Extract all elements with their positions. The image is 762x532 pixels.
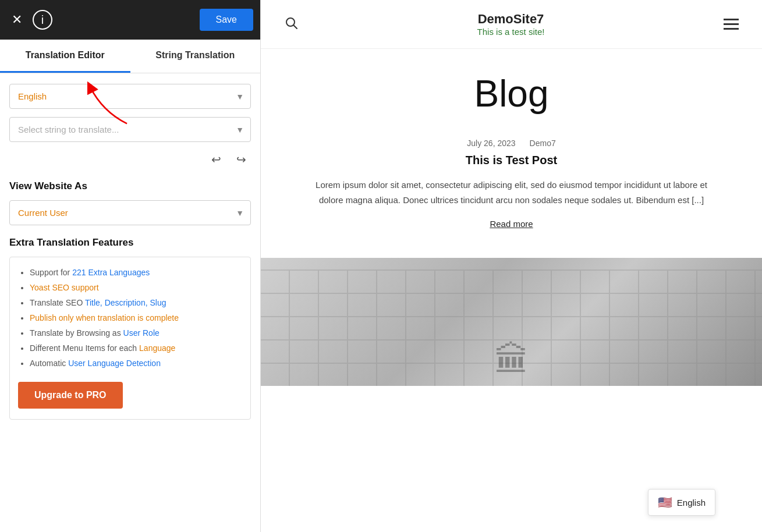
top-bar: ✕ i Save — [0, 0, 260, 40]
extra-features-section: Extra Translation Features Support for 2… — [9, 237, 251, 420]
view-as-dropdown[interactable]: Current User — [9, 200, 251, 225]
undo-redo-bar: ↩ ↪ — [9, 150, 251, 169]
blog-title: Blog — [307, 72, 715, 115]
read-more-link[interactable]: Read more — [307, 219, 715, 229]
site-header: DemoSite7 This is a test site! — [261, 0, 762, 49]
redo-button[interactable]: ↪ — [232, 150, 251, 169]
language-dropdown[interactable]: English — [9, 84, 251, 109]
tab-translation-editor[interactable]: Translation Editor — [0, 40, 130, 73]
list-item: Automatic User Language Detection — [30, 359, 240, 368]
language-dropdown-wrap: English ▼ — [9, 84, 251, 109]
features-list: Support for 221 Extra Languages Yoast SE… — [18, 268, 240, 368]
post-meta: July 26, 2023 Demo7 — [307, 139, 715, 148]
site-title-wrap: DemoSite7 This is a test site! — [477, 12, 545, 37]
post-title: This is Test Post — [307, 154, 715, 167]
flag-icon: 🇺🇸 — [658, 495, 672, 509]
building-image — [261, 258, 762, 386]
list-item: Support for 221 Extra Languages — [30, 268, 240, 277]
tabs-bar: Translation Editor String Translation — [0, 40, 260, 73]
left-panel: ✕ i Save Translation Editor String Trans… — [0, 0, 261, 532]
svg-line-1 — [294, 25, 297, 29]
site-name: DemoSite7 — [477, 12, 545, 27]
string-dropdown-wrap: Select string to translate... ▼ — [9, 117, 251, 142]
upgrade-button[interactable]: Upgrade to PRO — [18, 382, 123, 409]
string-dropdown[interactable]: Select string to translate... — [9, 117, 251, 142]
list-item: Translate SEO Title, Description, Slug — [30, 298, 240, 307]
list-item: Yoast SEO support — [30, 283, 240, 292]
list-item: Translate by Browsing as User Role — [30, 328, 240, 338]
search-icon[interactable] — [284, 16, 298, 33]
view-as-dropdown-wrap: Current User ▼ — [9, 200, 251, 225]
info-button[interactable]: i — [33, 10, 52, 30]
language-label: English — [677, 498, 706, 508]
extra-features-title: Extra Translation Features — [9, 237, 251, 249]
main-content: Blog July 26, 2023 Demo7 This is Test Po… — [261, 49, 762, 258]
post-date: July 26, 2023 — [467, 139, 515, 148]
save-button[interactable]: Save — [200, 9, 253, 31]
view-website-as-section: View Website As Current User ▼ — [9, 180, 251, 225]
view-as-title: View Website As — [9, 180, 251, 192]
right-panel: DemoSite7 This is a test site! Blog July… — [261, 0, 762, 532]
hamburger-icon[interactable] — [724, 19, 739, 30]
undo-button[interactable]: ↩ — [207, 150, 226, 169]
site-tagline: This is a test site! — [477, 27, 545, 37]
list-item: Different Menu Items for each Language — [30, 343, 240, 353]
post-excerpt: Lorem ipsum dolor sit amet, consectetur … — [307, 178, 715, 207]
panel-content: English ▼ Select string to translate... … — [0, 73, 260, 532]
list-item: Publish only when translation is complet… — [30, 313, 240, 322]
language-badge[interactable]: 🇺🇸 English — [648, 489, 715, 516]
tab-string-translation[interactable]: String Translation — [130, 40, 261, 73]
upgrade-btn-wrap: Upgrade to PRO — [18, 380, 240, 409]
post-author: Demo7 — [530, 139, 556, 148]
features-box: Support for 221 Extra Languages Yoast SE… — [9, 257, 251, 420]
close-button[interactable]: ✕ — [7, 10, 27, 30]
